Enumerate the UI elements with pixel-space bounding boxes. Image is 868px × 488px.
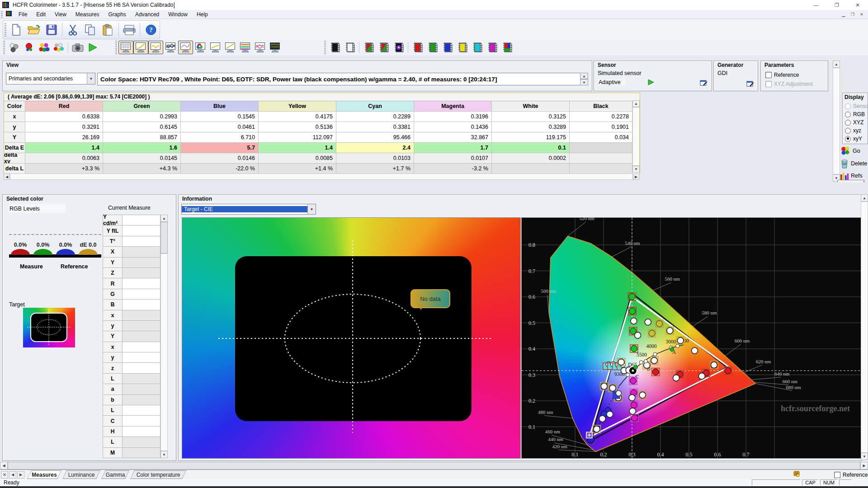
reference-toggle-checkbox[interactable]	[834, 472, 840, 478]
mdi-document-icon[interactable]	[6, 10, 12, 18]
measure-cell[interactable]: 0.3289	[492, 122, 570, 132]
mdi-restore-icon[interactable]: ❐	[848, 11, 857, 18]
measure-cell[interactable]: 0.0107	[414, 153, 492, 164]
measure-cell[interactable]: 119.175	[492, 132, 570, 143]
scroll-up-icon[interactable]: ▲	[833, 61, 840, 68]
help-button[interactable]: ?	[142, 21, 160, 38]
measure-cell[interactable]: 1.4	[259, 143, 336, 153]
radio-icon[interactable]	[845, 128, 851, 134]
sensor-run-icon[interactable]	[647, 79, 655, 87]
measure-row-value[interactable]	[123, 236, 160, 247]
pattern-red-button[interactable]	[410, 41, 425, 54]
sensor-edit-icon[interactable]	[700, 79, 708, 89]
measure-cell[interactable]: 1.6	[103, 143, 181, 153]
measure-cell[interactable]: -3.2 %	[414, 164, 492, 174]
tab-gamma[interactable]: Gamma	[101, 470, 129, 479]
measure-cell[interactable]: 5.7	[181, 143, 259, 153]
close-button[interactable]: ✕	[847, 0, 868, 10]
measure-cell[interactable]: +1.4 %	[259, 164, 336, 174]
measure-row-value[interactable]	[123, 384, 160, 394]
pattern-cyan-button[interactable]	[470, 41, 485, 54]
measure-row-value[interactable]	[123, 331, 160, 342]
measure-cell[interactable]: 1.7	[414, 143, 492, 153]
measure-row-value[interactable]	[123, 342, 160, 352]
pattern-black-button[interactable]	[327, 41, 342, 54]
snapshot-camera-button[interactable]	[70, 41, 85, 54]
delete-button[interactable]: Delete	[840, 158, 867, 169]
menu-advanced[interactable]: Advanced	[131, 10, 164, 19]
radio-icon[interactable]	[845, 103, 851, 109]
reference-toggle-row[interactable]: Reference	[834, 471, 868, 479]
scroll-right-icon[interactable]: ▶	[860, 462, 868, 469]
scroll-left-icon[interactable]: ◀	[0, 462, 8, 469]
measure-cell[interactable]: 0.3381	[336, 122, 414, 132]
measure-row-value[interactable]	[123, 247, 160, 257]
print-button[interactable]	[121, 21, 138, 38]
pattern-grayscale-button[interactable]	[361, 41, 376, 54]
menu-view[interactable]: View	[50, 10, 71, 19]
measure-cell[interactable]: -22.0 %	[181, 164, 259, 174]
measure-cell[interactable]	[570, 153, 632, 164]
measure-cell[interactable]: +4.3 %	[103, 164, 181, 174]
bottom-pane-scrollbar[interactable]: ▲ ▼	[861, 194, 868, 460]
graph-nearwhite-button[interactable]	[253, 41, 268, 54]
measure-row-value[interactable]	[123, 363, 160, 373]
measure-cell[interactable]: 6.710	[181, 132, 259, 143]
measure-cell[interactable]: +1.7 %	[336, 164, 414, 174]
scroll-down-icon[interactable]: ▼	[861, 453, 868, 460]
information-view-dropdown[interactable]: Target - CIE ▼	[181, 204, 316, 215]
tab-scroll-left-icon[interactable]: ◀	[9, 471, 16, 479]
measure-row-value[interactable]	[123, 268, 160, 278]
graph-gamma2-button[interactable]	[208, 41, 223, 54]
tab-scroll-right-icon[interactable]: ▶	[17, 471, 24, 479]
measure-row-value[interactable]	[123, 215, 160, 225]
measure-cell[interactable]	[570, 143, 632, 153]
measure-row-value[interactable]	[123, 289, 160, 300]
menu-graphs[interactable]: Graphs	[104, 10, 131, 19]
menu-file[interactable]: File	[14, 10, 32, 19]
measure-cell[interactable]: 0.034	[570, 132, 632, 143]
measure-cell[interactable]: 0.1545	[181, 112, 259, 122]
new-file-button[interactable]	[8, 21, 25, 38]
measure-cell[interactable]: 0.5136	[259, 122, 336, 132]
measure-cell[interactable]: 0.2278	[570, 112, 632, 122]
graph-cie-button[interactable]	[193, 41, 208, 54]
measure-primaries-button[interactable]	[36, 41, 51, 54]
menu-help[interactable]: Help	[192, 10, 212, 19]
pattern-green-button[interactable]	[425, 41, 440, 54]
display-radio-xyz[interactable]: XYZ	[845, 118, 868, 127]
graph-table-button[interactable]	[118, 41, 133, 54]
cut-button[interactable]	[64, 21, 82, 38]
mdi-close-icon[interactable]: ✕	[857, 11, 866, 18]
display-radio-xyz[interactable]: xyz	[845, 127, 868, 135]
pattern-special-button[interactable]	[391, 41, 406, 54]
open-file-button[interactable]	[25, 21, 43, 38]
tab-measures[interactable]: Measures	[27, 470, 61, 479]
measure-cell[interactable]: 0.3196	[414, 112, 492, 122]
measure-cell[interactable]: 0.0063	[25, 153, 103, 164]
save-button[interactable]	[42, 21, 60, 38]
measure-secondaries-button[interactable]	[51, 41, 66, 54]
measure-row-value[interactable]	[123, 405, 160, 416]
scroll-down-icon[interactable]: ▼	[160, 451, 168, 458]
pattern-yellow-button[interactable]	[455, 41, 470, 54]
tab-luminance[interactable]: Luminance	[62, 470, 100, 479]
measure-cell[interactable]: 0.3125	[492, 112, 570, 122]
scroll-up-icon[interactable]: ▲	[861, 194, 868, 202]
measure-cell[interactable]: 0.1	[492, 143, 570, 153]
measure-cell[interactable]: 112.097	[259, 132, 336, 143]
refs-button[interactable]: Refs	[840, 171, 863, 181]
measure-cell[interactable]: 0.0145	[103, 153, 181, 164]
measure-cell[interactable]: 0.6338	[25, 112, 103, 122]
graph-rgb-levels-button[interactable]	[148, 41, 163, 54]
measure-row-value[interactable]	[123, 416, 160, 426]
measure-cell[interactable]: 0.4175	[259, 112, 336, 122]
scroll-up-icon[interactable]: ▲	[632, 100, 640, 107]
maximize-button[interactable]: ❐	[826, 0, 847, 10]
window-hscrollbar[interactable]: ◀ ▶	[0, 462, 868, 469]
measure-row-value[interactable]	[123, 278, 160, 289]
measure-cell[interactable]	[492, 164, 570, 174]
menu-edit[interactable]: Edit	[32, 10, 50, 19]
display-radio-rgb[interactable]: RGB	[845, 110, 868, 118]
chevron-down-icon[interactable]: ▼	[87, 73, 95, 84]
